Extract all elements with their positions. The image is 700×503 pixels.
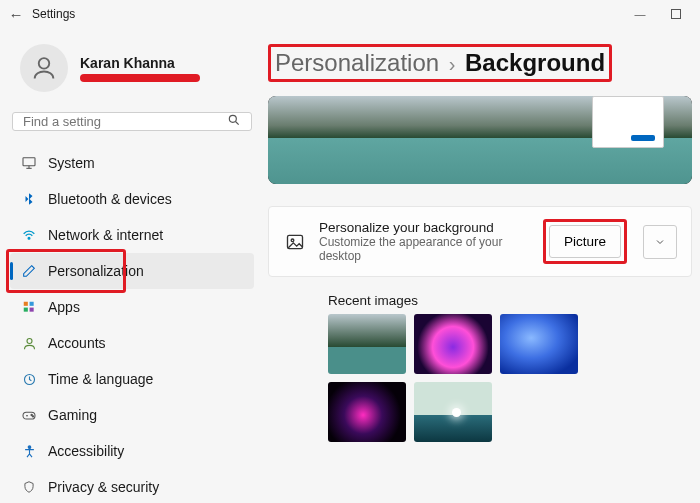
svg-rect-7 bbox=[24, 302, 28, 306]
card-subtext: Customize the appearance of your desktop bbox=[319, 235, 529, 263]
desktop-preview bbox=[268, 96, 692, 184]
sidebar-item-accounts[interactable]: Accounts bbox=[10, 325, 254, 361]
minimize-button[interactable]: — bbox=[622, 0, 658, 28]
back-button[interactable]: ← bbox=[6, 6, 26, 23]
sidebar-item-apps[interactable]: Apps bbox=[10, 289, 254, 325]
user-email-redacted bbox=[80, 74, 200, 82]
recent-images-grid bbox=[328, 314, 692, 442]
gaming-icon bbox=[20, 406, 38, 424]
sidebar-item-time-language[interactable]: Time & language bbox=[10, 361, 254, 397]
apps-icon bbox=[20, 298, 38, 316]
svg-point-11 bbox=[27, 338, 32, 343]
sidebar-item-accessibility[interactable]: Accessibility bbox=[10, 433, 254, 469]
sidebar-item-system[interactable]: System bbox=[10, 145, 254, 181]
svg-rect-8 bbox=[30, 302, 34, 306]
svg-rect-3 bbox=[23, 158, 35, 166]
svg-point-1 bbox=[229, 115, 236, 122]
accounts-icon bbox=[20, 334, 38, 352]
image-icon bbox=[283, 230, 307, 254]
svg-point-18 bbox=[28, 445, 31, 448]
bluetooth-icon bbox=[20, 190, 38, 208]
sidebar-item-label: Gaming bbox=[48, 407, 97, 423]
sidebar-item-label: Accessibility bbox=[48, 443, 124, 459]
time-icon bbox=[20, 370, 38, 388]
sidebar-item-label: Network & internet bbox=[48, 227, 163, 243]
window-title: Settings bbox=[32, 7, 75, 21]
sidebar-item-personalization[interactable]: Personalization bbox=[10, 253, 254, 289]
svg-point-20 bbox=[291, 239, 294, 242]
sidebar-item-bluetooth[interactable]: Bluetooth & devices bbox=[10, 181, 254, 217]
sidebar-item-label: Accounts bbox=[48, 335, 106, 351]
svg-point-16 bbox=[31, 414, 32, 415]
user-name: Karan Khanna bbox=[80, 55, 200, 71]
recent-image-thumb[interactable] bbox=[414, 382, 492, 442]
wifi-icon bbox=[20, 226, 38, 244]
sidebar-item-label: Privacy & security bbox=[48, 479, 159, 495]
svg-line-2 bbox=[236, 122, 239, 125]
breadcrumb-highlight: Personalization › Background bbox=[268, 44, 612, 82]
recent-image-thumb[interactable] bbox=[500, 314, 578, 374]
sidebar-item-label: Time & language bbox=[48, 371, 153, 387]
recent-images-label: Recent images bbox=[328, 293, 692, 308]
card-heading: Personalize your background bbox=[319, 220, 531, 235]
sidebar-item-label: Personalization bbox=[48, 263, 144, 279]
search-input[interactable] bbox=[23, 114, 227, 129]
sidebar-item-network[interactable]: Network & internet bbox=[10, 217, 254, 253]
preview-window-mock bbox=[592, 96, 664, 148]
sidebar-item-label: Bluetooth & devices bbox=[48, 191, 172, 207]
search-icon bbox=[227, 113, 241, 130]
svg-point-0 bbox=[39, 58, 50, 69]
expand-button[interactable] bbox=[643, 225, 677, 259]
system-icon bbox=[20, 154, 38, 172]
background-type-dropdown[interactable]: Picture bbox=[549, 225, 621, 258]
sidebar-item-privacy[interactable]: Privacy & security bbox=[10, 469, 254, 503]
search-input-wrapper[interactable] bbox=[12, 112, 252, 131]
recent-image-thumb[interactable] bbox=[328, 314, 406, 374]
chevron-right-icon: › bbox=[443, 53, 462, 75]
accessibility-icon bbox=[20, 442, 38, 460]
shield-icon bbox=[20, 478, 38, 496]
avatar bbox=[20, 44, 68, 92]
user-block[interactable]: Karan Khanna bbox=[10, 38, 254, 98]
svg-rect-10 bbox=[30, 308, 34, 312]
breadcrumb-parent[interactable]: Personalization bbox=[275, 49, 439, 76]
personalization-icon bbox=[20, 262, 38, 280]
maximize-button[interactable] bbox=[658, 0, 694, 28]
recent-image-thumb[interactable] bbox=[414, 314, 492, 374]
personalize-background-card: Personalize your background Customize th… bbox=[268, 206, 692, 277]
svg-rect-9 bbox=[24, 308, 28, 312]
sidebar-item-label: Apps bbox=[48, 299, 80, 315]
sidebar-item-gaming[interactable]: Gaming bbox=[10, 397, 254, 433]
breadcrumb-current: Background bbox=[465, 49, 605, 76]
svg-point-17 bbox=[32, 416, 33, 417]
sidebar-item-label: System bbox=[48, 155, 95, 171]
svg-point-6 bbox=[28, 237, 30, 239]
recent-image-thumb[interactable] bbox=[328, 382, 406, 442]
